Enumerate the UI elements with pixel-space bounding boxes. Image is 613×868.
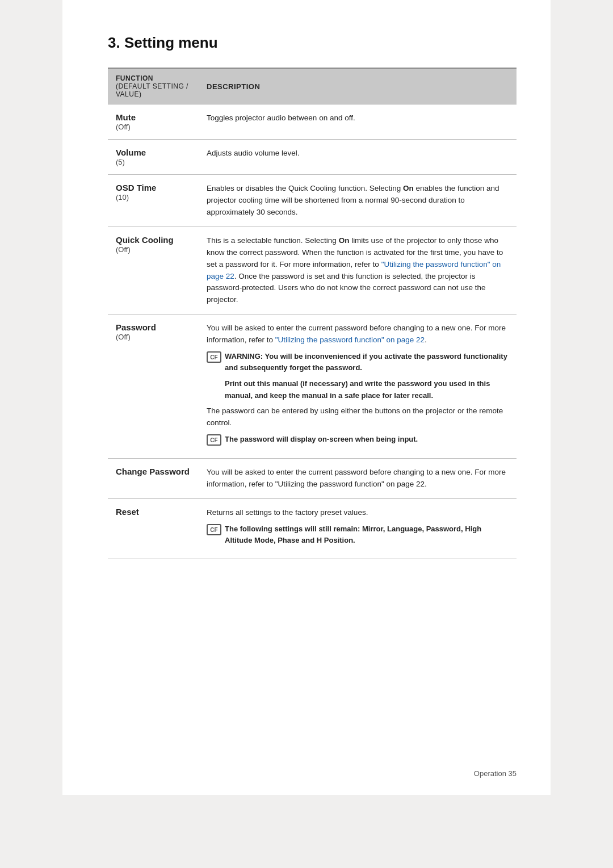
func-name: Password — [116, 322, 156, 332]
description-cell: You will be asked to enter the current p… — [199, 459, 517, 499]
table-row: Change PasswordYou will be asked to ente… — [108, 459, 517, 499]
description-header: DESCRIPTION — [199, 68, 517, 104]
function-cell: Volume(5) — [108, 140, 199, 175]
desc-text-plain: The password can be entered by using eit… — [207, 405, 509, 429]
function-cell: Quick Cooling(Off) — [108, 227, 199, 315]
note-text: Print out this manual (if necessary) and… — [225, 379, 490, 400]
table-row: OSD Time(10)Enables or disables the Quic… — [108, 175, 517, 227]
func-name: OSD Time — [116, 183, 156, 192]
func-default: (10) — [116, 193, 129, 202]
note-icon-3: CF — [207, 524, 221, 535]
func-name: Change Password — [116, 467, 190, 476]
page-container: 3. Setting menu FUNCTION (default settin… — [62, 0, 551, 795]
description-cell: Returns all settings to the factory pres… — [199, 498, 517, 559]
func-default: (Off) — [116, 123, 131, 131]
function-cell: Change Password — [108, 459, 199, 499]
function-header: FUNCTION (default setting / value) — [108, 68, 199, 104]
note-icon: CF — [207, 351, 221, 363]
setting-table: FUNCTION (default setting / value) DESCR… — [108, 68, 517, 559]
func-name: Volume — [116, 148, 146, 157]
info-note: Print out this manual (if necessary) and… — [225, 378, 509, 402]
func-default: (5) — [116, 158, 125, 166]
note-icon-2: CF — [207, 434, 221, 446]
note-box-2: CF The password will display on-screen w… — [207, 434, 509, 446]
note-box: CF WARNING: You will be inconvenienced i… — [207, 351, 509, 374]
description-cell: Enables or disables the Quick Cooling fu… — [199, 175, 517, 227]
note-text-3: The following settings will still remain… — [225, 523, 509, 546]
function-cell: Mute(Off) — [108, 104, 199, 140]
desc-text: Toggles projector audio between on and o… — [207, 112, 509, 124]
function-cell: OSD Time(10) — [108, 175, 199, 227]
desc-text: Returns all settings to the factory pres… — [207, 507, 509, 519]
func-default: (Off) — [116, 245, 131, 254]
table-row: Mute(Off)Toggles projector audio between… — [108, 104, 517, 140]
note-text-2: The password will display on-screen when… — [225, 434, 418, 445]
func-name: Mute — [116, 112, 136, 122]
page-title: 3. Setting menu — [108, 34, 517, 52]
table-row: ResetReturns all settings to the factory… — [108, 498, 517, 559]
function-cell: Password(Off) — [108, 315, 199, 459]
table-row: Quick Cooling(Off)This is a selectable f… — [108, 227, 517, 315]
table-row: Volume(5)Adjusts audio volume level. — [108, 140, 517, 175]
func-default: (Off) — [116, 333, 131, 341]
desc-text: You will be asked to enter the current p… — [207, 467, 509, 490]
page-footer: Operation 35 — [474, 769, 517, 778]
desc-text: This is a selectable function. Selecting… — [207, 235, 509, 307]
description-cell: You will be asked to enter the current p… — [199, 315, 517, 459]
function-col-subtitle: (default setting / value) — [116, 82, 188, 98]
note-box-3: CF The following settings will still rem… — [207, 523, 509, 546]
note-text: WARNING: You will be inconvenienced if y… — [225, 351, 509, 374]
description-cell: Adjusts audio volume level. — [199, 140, 517, 175]
desc-text: You will be asked to enter the current p… — [207, 322, 509, 346]
desc-text: Adjusts audio volume level. — [207, 148, 509, 160]
function-col-title: FUNCTION — [116, 74, 153, 82]
function-cell: Reset — [108, 498, 199, 559]
description-cell: Toggles projector audio between on and o… — [199, 104, 517, 140]
description-cell: This is a selectable function. Selecting… — [199, 227, 517, 315]
func-name: Quick Cooling — [116, 235, 174, 245]
desc-text: Enables or disables the Quick Cooling fu… — [207, 183, 509, 219]
table-row: Password(Off)You will be asked to enter … — [108, 315, 517, 459]
func-name: Reset — [116, 507, 139, 517]
